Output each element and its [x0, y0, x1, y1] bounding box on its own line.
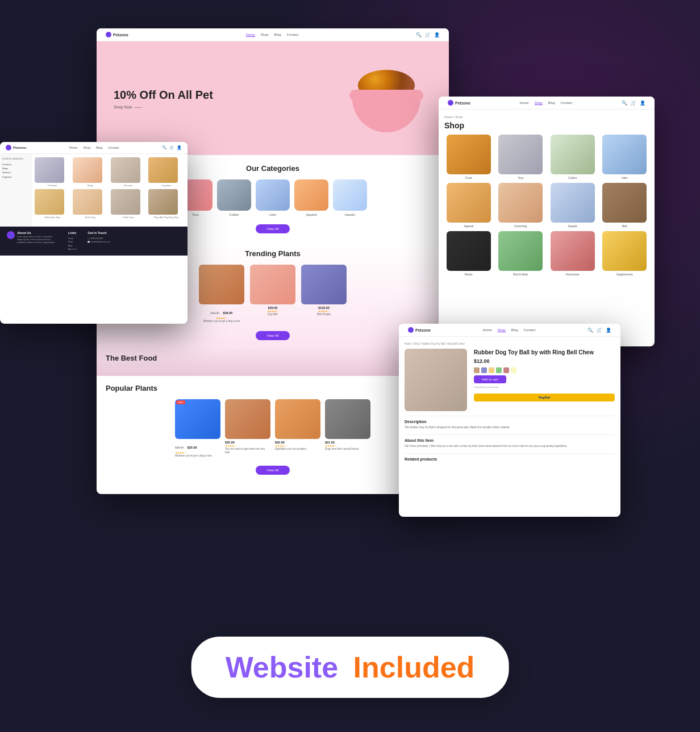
popular-product-4[interactable]: $21.00 ★★★★☆ Dogs love their natural fla…: [325, 399, 370, 458]
pop-desc-4: Dogs love their natural flavors: [325, 447, 370, 451]
logo-text: Petzone: [113, 33, 128, 37]
swatch-3[interactable]: [489, 367, 494, 373]
left-nav-home[interactable]: Home: [69, 146, 78, 149]
left-product-1[interactable]: Furniture: [35, 157, 70, 187]
product-user-icon[interactable]: 👤: [606, 328, 611, 333]
left-product-5[interactable]: Interactive Toys: [35, 189, 70, 219]
sidebar-cat-sensory[interactable]: Sensory: [2, 170, 28, 174]
collars-image: [551, 135, 595, 174]
product-nav-blog[interactable]: Blog: [511, 328, 518, 332]
shop-cart-icon[interactable]: 🛒: [631, 101, 636, 106]
current-price-1: $39.00: [223, 311, 232, 315]
category-aquatic[interactable]: Aquatic: [333, 179, 367, 216]
sidebar-cat-cognitive[interactable]: Cognitive: [2, 175, 28, 179]
view-all-popular-button[interactable]: View All: [256, 466, 290, 475]
product-search-icon[interactable]: 🔍: [588, 328, 593, 333]
left-sidebar: product categories Furniture Rings Senso…: [0, 154, 31, 227]
belt-label: Belt: [622, 224, 627, 228]
harnesses-label: Harnesses: [566, 273, 580, 276]
nav-contact[interactable]: Contact: [287, 33, 299, 37]
left-nav-blog[interactable]: Blog: [96, 146, 102, 149]
shop-item-litter[interactable]: Litter: [601, 135, 649, 179]
product-nav-home[interactable]: Home: [483, 328, 492, 332]
product-cart-icon[interactable]: 🛒: [597, 328, 602, 333]
shop-nav-home[interactable]: Home: [520, 101, 529, 105]
left-product-6[interactable]: Push Toys: [73, 189, 109, 219]
product-nav-contact[interactable]: Contact: [524, 328, 536, 332]
left-user-icon[interactable]: 👤: [177, 145, 182, 150]
shop-user-icon[interactable]: 👤: [640, 101, 645, 106]
shop-item-apparel[interactable]: Apparel: [444, 183, 493, 228]
trending-product-1[interactable]: $30.00 $39.00 ★★★★☆ Whether you've got a…: [199, 265, 244, 323]
shop-item-grooming[interactable]: Grooming: [497, 183, 545, 228]
popular-product-1-image: [175, 399, 220, 439]
left-product-8[interactable]: Rope And Tug Dog Toys: [148, 189, 184, 219]
shop-nav-contact[interactable]: Contact: [561, 101, 573, 105]
popular-product-2[interactable]: $25.00 ★★★★☆ Say you want to glue them t…: [225, 399, 270, 458]
shop-grid: Food Toys Collars Litter Apparel: [444, 135, 649, 276]
user-icon[interactable]: 👤: [434, 32, 440, 37]
shop-item-toys[interactable]: Toys: [497, 135, 545, 179]
trending-product-3[interactable]: $120.00 ★★★★☆ Milk Powder: [301, 265, 347, 323]
left-product-3[interactable]: Sensory: [111, 157, 147, 187]
shop-search-icon[interactable]: 🔍: [622, 101, 627, 106]
paypal-button[interactable]: PayPal: [474, 394, 615, 401]
product-main: Rubber Dog Toy Ball by with Ring Bell Ch…: [405, 349, 615, 411]
shop-nav-logo: 🐾 Petzone: [448, 100, 470, 106]
shop-item-belt[interactable]: Belt: [601, 183, 649, 228]
nav-links: Home Shop Blog Contact: [246, 33, 299, 37]
litter-image: [602, 135, 647, 174]
left-product-4[interactable]: Cognitive: [148, 157, 184, 187]
product-nav-shop[interactable]: Shop: [498, 328, 506, 332]
left-cart-icon[interactable]: 🛒: [169, 145, 174, 150]
view-all-categories-button[interactable]: View All: [256, 224, 290, 233]
swatch-4[interactable]: [496, 367, 502, 373]
belt-image: [602, 183, 647, 223]
popular-product-1[interactable]: SALE $25.00 $20.00 ★★★★☆ Whether you've …: [175, 399, 220, 458]
product-logo-text: Petzone: [415, 328, 431, 332]
product-detail-content: Home / Shop / Rubber Dog Toy Ball / Ring…: [399, 337, 620, 469]
nav-shop[interactable]: Shop: [261, 33, 269, 37]
search-icon[interactable]: 🔍: [416, 32, 422, 37]
footer-about-text: Lorem ipsum dolor sit amet, consectetur …: [17, 236, 57, 244]
hero-cta[interactable]: Shop Now ——: [114, 105, 213, 109]
sidebar-cat-furniture[interactable]: Furniture: [2, 162, 28, 166]
shop-item-food[interactable]: Food: [444, 135, 493, 179]
shop-nav-blog[interactable]: Blog: [548, 101, 555, 105]
category-collars[interactable]: Collars: [217, 179, 251, 216]
trending-product-2[interactable]: $25.00 ★★★★☆ Dog Belt: [250, 265, 295, 323]
shop-item-bowls[interactable]: Bowls: [444, 231, 493, 276]
sidebar-cat-rings[interactable]: Rings: [2, 166, 28, 170]
nav-home[interactable]: Home: [246, 33, 255, 37]
left-prod-5-label: Interactive Toys: [35, 216, 70, 219]
add-to-cart-button[interactable]: Add to cart: [474, 375, 506, 383]
shop-item-harnesses[interactable]: Harnesses: [548, 231, 597, 276]
left-product-2[interactable]: Rings: [73, 157, 109, 187]
left-product-7[interactable]: Fetch Toys: [111, 189, 147, 219]
footer-brand: 🐾 About Us Lorem ipsum dolor sit amet, c…: [7, 231, 57, 251]
left-nav-shop[interactable]: Shop: [83, 146, 90, 149]
footer-contact-info: 📞 (999) 123 456 ✉️ contact@petzone.com: [88, 237, 110, 244]
hero-image: [341, 47, 432, 149]
shop-nav-shop[interactable]: Shop: [535, 101, 543, 105]
swatch-2[interactable]: [481, 367, 487, 373]
shop-item-aquatic[interactable]: Aquatic: [548, 183, 597, 228]
cart-icon[interactable]: 🛒: [425, 32, 431, 37]
swatch-1[interactable]: [474, 367, 480, 373]
left-prod-1-image: [35, 157, 64, 183]
category-litter[interactable]: Litter: [256, 179, 290, 216]
shop-item-collars[interactable]: Collars: [548, 135, 597, 179]
swatch-5[interactable]: [503, 367, 509, 373]
nav-blog[interactable]: Blog: [274, 33, 281, 37]
footer-link-about[interactable]: About Us: [68, 248, 76, 251]
left-search-icon[interactable]: 🔍: [162, 145, 167, 150]
left-nav-contact[interactable]: Contact: [108, 146, 119, 149]
shop-item-bedmats[interactable]: Bed & Mats: [497, 231, 545, 276]
view-all-trending-button[interactable]: View All: [256, 331, 290, 340]
pop-price-1: $25.00 $20.00: [175, 441, 220, 451]
popular-product-3[interactable]: $20.00 ★★★★☆ Egetables such as pumpkin: [275, 399, 320, 458]
shop-item-supplements[interactable]: Supplements: [601, 231, 649, 276]
related-products-title: Related products: [405, 453, 615, 461]
category-apparel[interactable]: Apparel: [294, 179, 328, 216]
swatch-6[interactable]: [511, 367, 516, 373]
